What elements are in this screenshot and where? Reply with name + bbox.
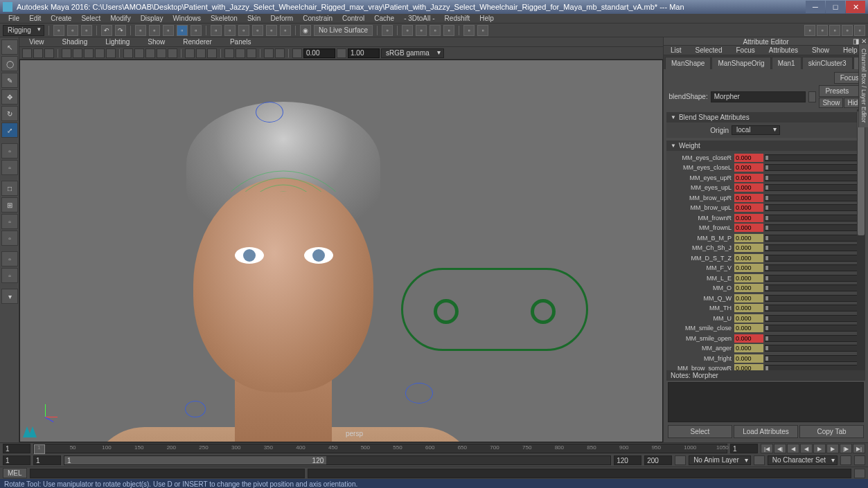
anim-end-field[interactable]: [614, 455, 641, 465]
lasso-tool[interactable]: ◯: [1, 56, 18, 71]
weight-value-field[interactable]: 0.000: [734, 194, 763, 202]
menu-edit[interactable]: Edit: [25, 15, 45, 22]
exposure-icon[interactable]: [292, 48, 302, 58]
script-editor-icon[interactable]: [854, 469, 865, 478]
vp-icon[interactable]: [247, 48, 256, 58]
render-icon[interactable]: ▫: [443, 25, 454, 36]
select-mode-icon[interactable]: ▫: [149, 25, 160, 36]
weight-value-field[interactable]: 0.000: [734, 154, 763, 162]
input-output-icon[interactable]: [808, 91, 817, 102]
weight-slider[interactable]: [765, 174, 862, 181]
panel-icon[interactable]: ▫: [463, 25, 475, 36]
weight-value-field[interactable]: 0.000: [734, 304, 763, 312]
weight-slider[interactable]: [765, 325, 862, 332]
layout-icon[interactable]: ▫: [829, 25, 840, 36]
ae-scrollbar[interactable]: [857, 109, 865, 370]
blendshape-name-field[interactable]: [711, 91, 806, 102]
weight-value-field[interactable]: 0.000: [734, 174, 763, 182]
weight-slider[interactable]: [765, 335, 862, 342]
menu-display[interactable]: Display: [136, 15, 168, 22]
goto-start-icon[interactable]: |◀: [761, 444, 773, 453]
weight-value-field[interactable]: 0.000: [734, 234, 763, 242]
paint-select-tool[interactable]: ✎: [1, 73, 18, 88]
menu-cache[interactable]: Cache: [370, 15, 398, 22]
step-back-icon[interactable]: ◀: [787, 444, 799, 453]
menu-select[interactable]: Select: [77, 15, 105, 22]
layout-custom[interactable]: ▫: [1, 268, 18, 283]
weight-slider[interactable]: [765, 244, 862, 251]
weight-value-field[interactable]: 0.000: [734, 294, 763, 302]
weight-slider[interactable]: [765, 345, 862, 352]
menu-windows[interactable]: Windows: [168, 15, 205, 22]
anim-layer-dropdown[interactable]: No Anim Layer: [689, 455, 751, 465]
maximize-button[interactable]: □: [826, 1, 845, 13]
menu-deform[interactable]: Deform: [266, 15, 297, 22]
vp-icon[interactable]: [275, 48, 285, 58]
show-button[interactable]: Show: [819, 98, 843, 108]
ae-menu-selected[interactable]: Selected: [691, 46, 727, 54]
range-end-field[interactable]: [644, 455, 672, 465]
weight-slider[interactable]: [765, 275, 862, 282]
exposure-field[interactable]: [303, 48, 335, 58]
origin-dropdown[interactable]: local: [732, 125, 780, 135]
weight-slider[interactable]: [765, 154, 862, 161]
weight-slider[interactable]: [765, 365, 862, 370]
step-forward-key-icon[interactable]: |▶: [840, 444, 852, 453]
blend-shape-attrs-section[interactable]: Blend Shape Attributes: [666, 112, 865, 123]
render-icon[interactable]: ▫: [402, 25, 413, 36]
last-tool[interactable]: ▫: [1, 143, 18, 159]
weight-value-field[interactable]: 0.000: [734, 334, 763, 343]
play-forward-icon[interactable]: ▶: [813, 444, 826, 453]
face-control-rig[interactable]: [401, 268, 588, 351]
weight-value-field[interactable]: 0.000: [734, 264, 763, 272]
render-icon[interactable]: ▫: [429, 25, 441, 36]
select-tool[interactable]: ↖: [1, 39, 18, 55]
panel-icon[interactable]: ▫: [477, 25, 488, 36]
ae-menu-show[interactable]: Show: [808, 46, 833, 54]
character-set-dropdown[interactable]: No Character Set: [768, 455, 838, 465]
vp-icon[interactable]: [224, 48, 234, 58]
menu-control[interactable]: Control: [338, 15, 369, 22]
image-plane-icon[interactable]: [62, 48, 71, 58]
show-manip-tool[interactable]: ▫: [1, 160, 18, 175]
snap-icon[interactable]: ▫: [280, 25, 291, 36]
camera-select-icon[interactable]: [22, 48, 32, 58]
new-scene-icon[interactable]: ▫: [53, 25, 64, 36]
weight-value-field[interactable]: 0.000: [734, 214, 763, 222]
lights-icon[interactable]: [157, 48, 166, 58]
weight-slider[interactable]: [765, 305, 862, 311]
move-tool[interactable]: ✥: [1, 89, 18, 105]
live-surface-button[interactable]: No Live Surface: [314, 25, 373, 36]
time-end-field[interactable]: [730, 444, 758, 453]
smooth-shade-icon[interactable]: [134, 48, 144, 58]
weight-value-field[interactable]: 0.000: [734, 274, 763, 282]
layout-custom[interactable]: ▫: [1, 251, 18, 266]
isolate-icon[interactable]: [185, 48, 195, 58]
redo-icon[interactable]: ↷: [115, 25, 126, 36]
weight-slider[interactable]: [765, 295, 862, 302]
panel-menu-lighting[interactable]: Lighting: [101, 38, 134, 46]
weight-value-field[interactable]: 0.000: [734, 364, 763, 370]
command-input[interactable]: [30, 469, 305, 478]
menu--3dtoall-[interactable]: - 3DtoAll -: [400, 15, 439, 22]
char-menu-icon[interactable]: [754, 455, 765, 465]
step-forward-icon[interactable]: ▶: [826, 444, 839, 453]
render-icon[interactable]: ▫: [416, 25, 427, 36]
weight-value-field[interactable]: 0.000: [734, 254, 763, 262]
select-mode-icon[interactable]: ▫: [191, 25, 202, 36]
weight-slider[interactable]: [765, 315, 862, 322]
rig-joint[interactable]: [185, 401, 206, 417]
menu-skeleton[interactable]: Skeleton: [206, 15, 242, 22]
load-attributes-button[interactable]: Load Attributes: [734, 425, 798, 438]
vp-icon[interactable]: [264, 48, 274, 58]
weight-value-field[interactable]: 0.000: [734, 244, 763, 252]
notes-textarea[interactable]: [668, 382, 864, 422]
copy-tab-button[interactable]: Copy Tab: [799, 425, 864, 438]
panel-menu-view[interactable]: View: [25, 38, 48, 46]
select-mode-icon[interactable]: ▫: [135, 25, 146, 36]
xray-icon[interactable]: [196, 48, 206, 58]
layout-custom[interactable]: ▫: [1, 214, 18, 229]
step-back-key-icon[interactable]: ◀|: [774, 444, 786, 453]
construction-icon[interactable]: ▫: [382, 25, 393, 36]
weight-value-field[interactable]: 0.000: [734, 354, 763, 363]
